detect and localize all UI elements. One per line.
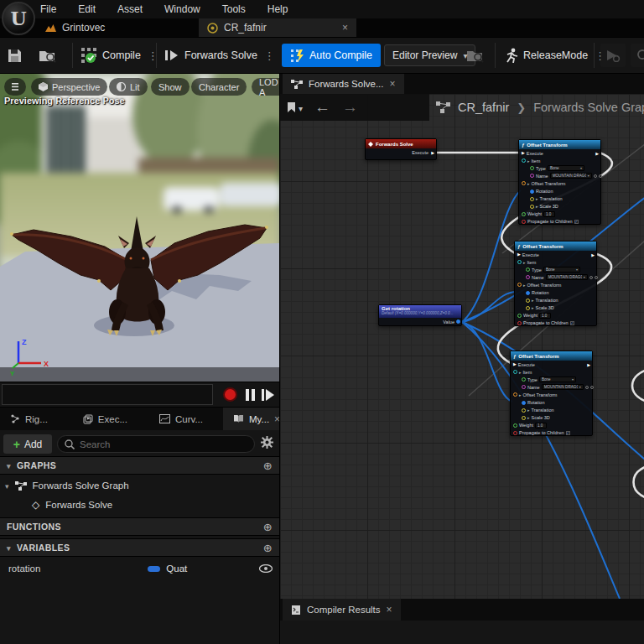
forwards-solve-options-icon[interactable] xyxy=(262,49,277,62)
close-icon[interactable]: × xyxy=(389,79,395,89)
add-variable-icon[interactable] xyxy=(263,542,273,554)
breadcrumb-root[interactable]: CR_fafnir xyxy=(458,101,509,114)
lit-dropdown[interactable]: Lit xyxy=(109,78,148,96)
tree-item-forwards-solve-graph[interactable]: Forwards Solve Graph xyxy=(0,476,279,495)
menu-window[interactable]: Window xyxy=(164,3,200,15)
exec-out-pin[interactable]: ▶ xyxy=(591,252,595,257)
scale-pin[interactable] xyxy=(530,205,534,209)
functions-section-header[interactable]: FUNCTIONS xyxy=(0,517,279,536)
weight-input[interactable]: 1.0 xyxy=(535,423,547,428)
name-dropdown[interactable]: MOUNTAIN DRAGON : Neck2 xyxy=(542,384,584,390)
offset-transform-node-3[interactable]: ƒOffset Transform ▶Execute▶ Item TypeBon… xyxy=(510,351,593,436)
expand-icon[interactable] xyxy=(523,283,526,288)
use-selected-icon[interactable] xyxy=(585,386,589,389)
checkbox-checked[interactable]: ✓ xyxy=(574,220,579,224)
weight-pin[interactable] xyxy=(517,314,522,318)
type-pin[interactable] xyxy=(522,377,526,382)
use-selected-icon[interactable] xyxy=(594,174,597,178)
menu-edit[interactable]: Edit xyxy=(78,3,96,15)
weight-pin[interactable] xyxy=(522,212,526,216)
tab-curves[interactable]: Curv... xyxy=(149,408,213,430)
browse-icon[interactable] xyxy=(590,386,594,389)
expand-icon[interactable] xyxy=(527,415,530,420)
back-button[interactable]: ← xyxy=(314,98,330,117)
expand-icon[interactable] xyxy=(519,392,522,397)
expand-icon[interactable] xyxy=(536,196,538,201)
tab-compiler-results[interactable]: Compiler Results × xyxy=(283,599,401,621)
show-dropdown[interactable]: Show xyxy=(151,78,190,96)
propagate-pin[interactable] xyxy=(517,321,522,325)
node-header[interactable]: ƒOffset Transform xyxy=(515,242,596,251)
offset-transform-node-1[interactable]: ƒOffset Transform ▶Execute▶ Item TypeBon… xyxy=(518,139,601,225)
search-input[interactable] xyxy=(80,439,231,449)
expand-icon[interactable] xyxy=(527,408,530,413)
expand-icon[interactable] xyxy=(523,260,526,265)
item-pin[interactable] xyxy=(522,158,526,163)
find-button[interactable] xyxy=(631,44,644,67)
tab-cr-fafnir[interactable]: CR_fafnir × xyxy=(199,18,356,37)
character-dropdown[interactable]: Character xyxy=(191,78,247,96)
tab-grintovec[interactable]: Grintovec xyxy=(37,18,113,37)
expand-icon[interactable] xyxy=(527,158,530,164)
bookmarks-dropdown[interactable] xyxy=(287,100,303,115)
weight-input[interactable]: 1.0 xyxy=(543,211,555,217)
forwards-solve-button[interactable]: Forwards Solve xyxy=(164,38,277,73)
get-rotation-node[interactable]: Get rotation Default (X=0.000000,Y=0.000… xyxy=(378,304,462,326)
use-selected-icon[interactable] xyxy=(589,276,593,279)
add-button[interactable]: + Add xyxy=(3,434,52,454)
menu-help[interactable]: Help xyxy=(267,3,288,15)
exec-out-pin[interactable]: ▶ xyxy=(587,362,590,367)
propagate-pin[interactable] xyxy=(522,220,526,224)
type-pin[interactable] xyxy=(530,166,534,170)
tab-execution[interactable]: Exec... xyxy=(73,408,138,430)
value-out-pin[interactable] xyxy=(456,319,460,324)
expand-icon[interactable] xyxy=(519,370,522,375)
menu-asset[interactable]: Asset xyxy=(117,3,143,15)
settings-button[interactable] xyxy=(260,435,274,449)
add-graph-icon[interactable] xyxy=(263,460,273,472)
name-dropdown[interactable]: MOUNTAIN DRAGON : Neck xyxy=(550,173,592,179)
exec-out-pin[interactable]: ▶ xyxy=(431,150,434,155)
scale-pin[interactable] xyxy=(526,306,530,310)
node-header[interactable]: ƒOffset Transform xyxy=(519,140,600,149)
weight-pin[interactable] xyxy=(513,423,517,428)
browse-icon[interactable] xyxy=(599,174,602,178)
compile-button[interactable]: Compile xyxy=(80,38,160,73)
variables-section-header[interactable]: VARIABLES xyxy=(0,538,279,557)
eye-icon[interactable] xyxy=(259,564,273,573)
launch-button[interactable] xyxy=(600,44,626,67)
weight-input[interactable]: 1.0 xyxy=(539,313,551,319)
forwards-solve-node[interactable]: Forwards Solve Execute ▶ xyxy=(365,138,437,160)
lod-dropdown[interactable]: LOD A xyxy=(252,78,279,96)
tab-rig[interactable]: Rig... xyxy=(0,408,58,430)
name-dropdown[interactable]: MOUNTAIN DRAGON : Neck1 xyxy=(546,274,588,280)
translation-pin[interactable] xyxy=(522,408,526,413)
rotation-pin[interactable] xyxy=(522,401,526,405)
translation-pin[interactable] xyxy=(530,197,534,201)
add-function-icon[interactable] xyxy=(263,521,273,533)
exec-in-pin[interactable]: ▶ xyxy=(522,151,525,155)
3d-viewport[interactable]: Z X Y Perspective Lit Show Character LOD… xyxy=(0,74,279,382)
exec-in-pin[interactable]: ▶ xyxy=(513,362,517,366)
transform-pin[interactable] xyxy=(513,392,517,397)
node-graph-canvas[interactable]: Forwards Solve Execute ▶ ƒOffset Transfo… xyxy=(280,94,644,599)
type-dropdown[interactable]: Bone xyxy=(548,165,584,171)
exec-out-pin[interactable]: ▶ xyxy=(595,151,599,156)
scale-pin[interactable] xyxy=(522,416,526,420)
expand-icon[interactable] xyxy=(532,298,534,303)
record-button[interactable] xyxy=(223,387,237,402)
timeline-scrubber[interactable] xyxy=(2,384,213,405)
rotation-pin[interactable] xyxy=(526,291,530,295)
breadcrumb-current[interactable]: Forwards Solve Graph xyxy=(533,101,644,114)
translation-pin[interactable] xyxy=(526,299,530,303)
compile-options-icon[interactable] xyxy=(146,49,160,62)
name-pin[interactable] xyxy=(522,385,526,389)
name-pin[interactable] xyxy=(526,275,530,279)
pause-button[interactable] xyxy=(246,389,255,401)
type-dropdown[interactable]: Bone xyxy=(543,267,580,273)
menu-tools[interactable]: Tools xyxy=(222,3,246,15)
save-button[interactable] xyxy=(7,38,23,73)
expand-icon[interactable] xyxy=(536,204,538,209)
tree-item-forwards-solve[interactable]: ◇ Forwards Solve xyxy=(0,496,279,514)
step-forward-button[interactable] xyxy=(262,389,274,401)
